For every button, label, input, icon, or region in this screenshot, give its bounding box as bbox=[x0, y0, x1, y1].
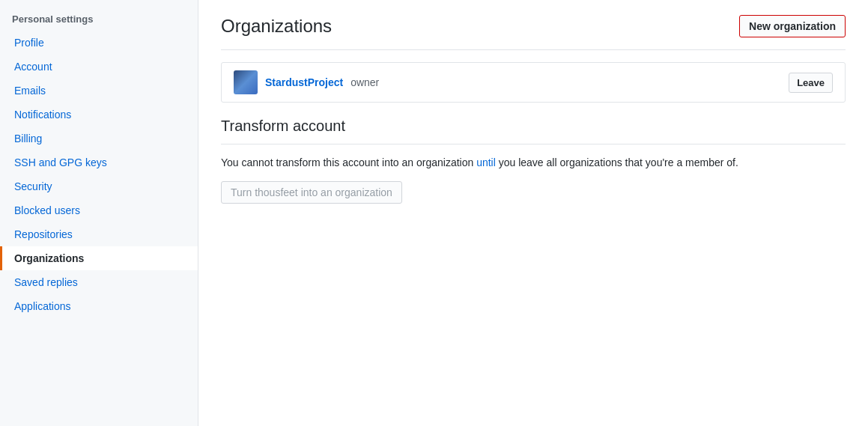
sidebar-item-organizations[interactable]: Organizations bbox=[0, 246, 198, 270]
sidebar-item-saved-replies[interactable]: Saved replies bbox=[0, 270, 198, 294]
sidebar-item-account[interactable]: Account bbox=[0, 55, 198, 79]
org-avatar bbox=[234, 70, 258, 94]
sidebar-item-profile[interactable]: Profile bbox=[0, 31, 198, 55]
main-content: Organizations New organization StardustP… bbox=[198, 0, 868, 426]
org-name-link[interactable]: StardustProject bbox=[265, 76, 343, 88]
main-header: Organizations New organization bbox=[221, 15, 846, 50]
leave-org-button[interactable]: Leave bbox=[789, 73, 833, 93]
transform-account-button[interactable]: Turn thousfeet into an organization bbox=[221, 181, 402, 204]
sidebar-item-repositories[interactable]: Repositories bbox=[0, 222, 198, 246]
transform-desc-after: you leave all organizations that you're … bbox=[496, 156, 738, 168]
org-avatar-image bbox=[234, 70, 258, 94]
sidebar-item-emails[interactable]: Emails bbox=[0, 79, 198, 103]
sidebar: Personal settings Profile Account Emails… bbox=[0, 0, 198, 426]
transform-desc-before: You cannot transform this account into a… bbox=[221, 156, 476, 168]
sidebar-item-applications[interactable]: Applications bbox=[0, 294, 198, 318]
org-info: StardustProject owner bbox=[234, 70, 379, 94]
sidebar-item-ssh-gpg-keys[interactable]: SSH and GPG keys bbox=[0, 150, 198, 174]
sidebar-item-billing[interactable]: Billing bbox=[0, 127, 198, 150]
sidebar-item-notifications[interactable]: Notifications bbox=[0, 103, 198, 127]
sidebar-item-blocked-users[interactable]: Blocked users bbox=[0, 198, 198, 222]
transform-account-section: Transform account You cannot transform t… bbox=[221, 118, 846, 204]
new-organization-button[interactable]: New organization bbox=[739, 15, 846, 37]
page-title: Organizations bbox=[221, 16, 332, 37]
transform-desc-link: until bbox=[476, 156, 496, 168]
org-list-item: StardustProject owner Leave bbox=[221, 62, 846, 103]
transform-description: You cannot transform this account into a… bbox=[221, 155, 846, 171]
sidebar-header: Personal settings bbox=[0, 7, 198, 31]
sidebar-item-security[interactable]: Security bbox=[0, 174, 198, 198]
transform-section-title: Transform account bbox=[221, 118, 846, 144]
org-role-label: owner bbox=[350, 76, 379, 88]
